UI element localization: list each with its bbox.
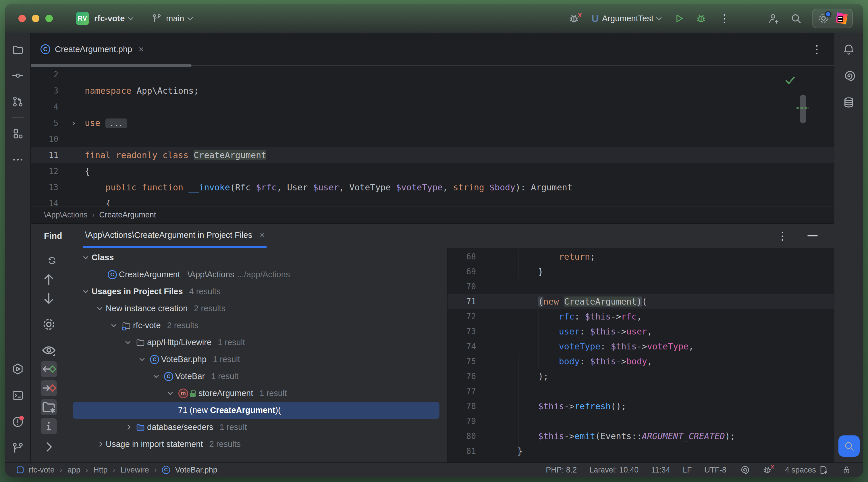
chevron-down-icon[interactable] [153,373,159,378]
fold-arrow-icon[interactable]: › [71,118,76,128]
preview-line-74[interactable]: 74 voteType: $this->voteType, [447,339,834,354]
preview-line-81[interactable]: 81 } [447,444,834,458]
previous-occurrence-icon[interactable] [41,272,57,288]
find-result-row[interactable]: CVoteBar1 result [73,368,439,385]
branch-selector[interactable]: main [152,13,192,24]
debug-button[interactable] [695,12,707,25]
chevron-right-icon[interactable] [125,424,130,430]
rerun-icon[interactable] [41,253,57,268]
structure-tool-icon[interactable] [11,127,24,140]
expand-toolbar-icon[interactable] [41,439,57,455]
navigate-back-diamond-icon[interactable] [41,361,57,377]
preview-line-79[interactable]: 79 [447,414,834,428]
preview-line-77[interactable]: 77 [447,384,834,399]
status-path-item[interactable]: app [67,465,81,475]
preview-line-80[interactable]: 80 $this->emit(Events::ARGUMENT_CREATED)… [447,428,834,444]
find-result-row[interactable]: Class [73,249,439,266]
chevron-down-icon[interactable] [97,305,102,310]
find-result-row[interactable]: database/seeders1 result [73,419,439,436]
find-result-row[interactable]: CCreateArgument\App\Actions.../app/Actio… [73,266,439,283]
more-actions-button[interactable]: ⋮ [717,13,732,24]
chevron-right-icon[interactable] [97,442,102,447]
settings-gear-icon[interactable] [817,12,830,25]
terminal-tool-icon[interactable] [11,389,24,402]
editor-line-3[interactable]: 3namespace App\Actions; [31,83,834,98]
chevron-down-icon[interactable] [83,254,88,259]
commit-tool-icon[interactable] [11,69,24,82]
editor-line-12[interactable]: 12{ [31,163,834,179]
editor-line-11[interactable]: 11final readonly class CreateArgument [31,147,834,163]
php-version[interactable]: PHP: 8.2 [546,465,577,475]
jetbrains-ai-logo[interactable] [836,12,847,24]
close-icon[interactable]: × [260,230,265,240]
preview-line-75[interactable]: 75 body: $this->body, [447,354,834,369]
find-options-button[interactable]: ⋮ [775,230,789,241]
navigate-forward-diamond-icon[interactable] [41,380,57,396]
editor-line-4[interactable]: 4 [31,98,834,115]
find-result-row[interactable]: app/Http/Livewire1 result [73,334,439,351]
preview-line-69[interactable]: 69 } [447,264,834,279]
find-result-row[interactable]: rfc-vote2 results [73,317,439,334]
editor-line-5[interactable]: 5›use ... [31,115,834,131]
hide-panel-button[interactable] [807,235,818,236]
preview-line-78[interactable]: 78 $this->refresh(); [447,399,834,414]
status-breadcrumb[interactable]: rfc-vote›app›Http›Livewire›CVoteBar.php [5,465,217,475]
chevron-down-icon[interactable] [83,288,88,293]
chevron-down-icon[interactable] [139,356,145,361]
run-button[interactable] [673,12,685,25]
project-selector[interactable]: rfc-vote [94,14,133,23]
editor-options-button[interactable]: ⋮ [810,44,824,55]
zoom-window-button[interactable] [45,15,53,22]
indent-setting[interactable]: 4 spaces [785,465,816,475]
editor-line-2[interactable]: 2 [31,66,834,83]
preview-line-70[interactable]: 70 [447,279,834,294]
bug-x-icon[interactable]: x [762,465,772,475]
close-window-button[interactable] [19,15,26,22]
minimize-window-button[interactable] [32,15,39,22]
status-path-item[interactable]: rfc-vote [29,465,55,475]
line-separator[interactable]: LF [683,465,692,475]
open-in-find-window-icon[interactable] [41,399,57,415]
search-everywhere-icon[interactable] [789,12,802,25]
chevron-down-icon[interactable] [167,390,173,395]
chevron-down-icon[interactable] [111,322,116,327]
editor-line-13[interactable]: 13 public function __invoke(Rfc $rfc, Us… [31,179,834,195]
status-path-item[interactable]: Http [93,465,108,475]
add-user-icon[interactable] [767,12,780,25]
run-services-tool-icon[interactable] [11,362,24,376]
editor-line-10[interactable]: 10 [31,131,834,147]
breadcrumb-item[interactable]: \App\Actions [44,210,88,220]
preview-line-72[interactable]: 72 rfc: $this->rfc, [447,309,834,324]
floating-search-button[interactable] [838,435,860,457]
code-editor[interactable]: 23namespace App\Actions;45›use ...1011fi… [31,66,834,206]
breadcrumb-item[interactable]: CreateArgument [99,210,156,220]
project-tool-icon[interactable] [11,44,24,56]
ai-assistant-icon[interactable] [842,69,855,83]
find-results-tab[interactable]: \App\Actions\CreateArgument in Project F… [83,224,266,248]
tab-createargument-php[interactable]: C CreateArgument.php × [31,33,154,65]
run-configuration-selector[interactable]: U ArgumentTest [592,13,661,24]
project-badge[interactable]: RV [76,12,89,25]
preview-line-68[interactable]: 68 return; [447,249,834,264]
notifications-bell-icon[interactable] [842,43,855,56]
status-path-item[interactable]: Livewire [121,465,149,475]
editor-line-14[interactable]: 14 { [31,195,834,206]
find-result-row[interactable]: mstoreArgument1 result [73,385,439,402]
find-preview-editor[interactable]: 68 return;69 }7071 (new CreateArgument)(… [447,248,834,462]
preview-line-73[interactable]: 73 user: $this->user, [447,324,834,339]
usage-info-icon[interactable] [41,418,57,434]
database-icon[interactable] [842,96,855,109]
preview-options-icon[interactable] [41,342,57,358]
inspections-ok-icon[interactable] [784,74,797,87]
laravel-version[interactable]: Laravel: 10.40 [589,465,639,475]
find-result-row[interactable]: Usage in import statement2 results [73,436,439,453]
find-result-row[interactable]: CVoteBar.php1 result [73,351,439,368]
find-settings-gear-icon[interactable] [41,316,57,333]
status-path-item[interactable]: VoteBar.php [175,465,217,475]
more-tools-icon[interactable] [11,153,24,166]
next-occurrence-icon[interactable] [41,290,57,307]
unlock-icon[interactable] [841,465,851,475]
preview-line-71[interactable]: 71 (new CreateArgument)( [447,294,834,309]
close-icon[interactable]: × [138,44,144,55]
file-encoding[interactable]: UTF-8 [704,465,726,475]
